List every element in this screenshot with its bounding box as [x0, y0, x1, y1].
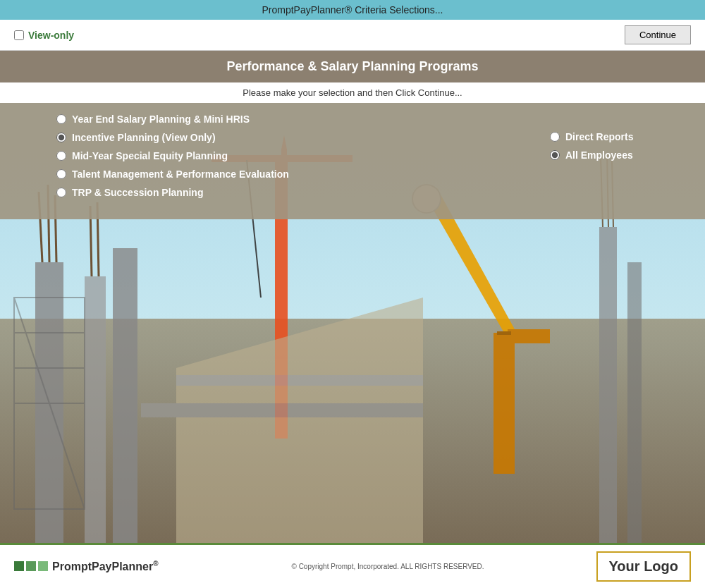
- radio-opt2[interactable]: [56, 133, 66, 142]
- svg-rect-24: [627, 262, 642, 544]
- label-opt6[interactable]: Direct Reports: [565, 131, 633, 142]
- label-opt5[interactable]: TRP & Succession Planning: [72, 187, 203, 198]
- left-option-1[interactable]: Year End Salary Planning & Mini HRIS: [56, 114, 536, 125]
- svg-rect-19: [497, 331, 511, 335]
- selection-panel: Performance & Salary Planning Programs P…: [0, 51, 705, 219]
- radio-opt6[interactable]: [550, 132, 560, 142]
- left-option-4[interactable]: Talent Management & Performance Evaluati…: [56, 169, 536, 180]
- your-logo: Your Logo: [596, 551, 692, 582]
- footer-logo-area: PromptPayPlanner®: [14, 560, 159, 573]
- subtitle-emphasis: Click Continue...: [396, 87, 462, 98]
- right-option-2[interactable]: All Employees: [550, 149, 677, 161]
- svg-rect-15: [494, 333, 515, 474]
- label-opt4[interactable]: Talent Management & Performance Evaluati…: [72, 169, 289, 180]
- footer-squares: [14, 561, 48, 571]
- footer-copyright: © Copyright Prompt, Incorporated. ALL RI…: [180, 563, 596, 570]
- main-area: Performance & Salary Planning Programs P…: [0, 51, 705, 544]
- svg-rect-4: [113, 248, 137, 544]
- toolbar: View-only Continue: [0, 20, 705, 51]
- left-option-2[interactable]: Incentive Planning (View Only): [56, 132, 536, 143]
- radio-opt4[interactable]: [56, 169, 66, 179]
- footer: PromptPayPlanner® © Copyright Prompt, In…: [0, 543, 705, 588]
- title-text: PromptPayPlanner® Criteria Selections...: [262, 4, 443, 16]
- radio-opt7[interactable]: [550, 150, 560, 160]
- view-only-container: View-only: [14, 30, 74, 41]
- right-options: Direct ReportsAll Employees: [536, 114, 677, 198]
- footer-brand-name: PromptPayPlanner: [52, 561, 153, 572]
- radio-opt5[interactable]: [56, 188, 66, 197]
- left-option-3[interactable]: Mid-Year Special Equity Planning: [56, 150, 536, 161]
- label-opt7[interactable]: All Employees: [565, 149, 633, 161]
- title-bar: PromptPayPlanner® Criteria Selections...: [0, 0, 705, 20]
- radio-opt1[interactable]: [56, 114, 66, 124]
- panel-options: Year End Salary Planning & Mini HRISInce…: [0, 103, 705, 205]
- footer-square-2: [26, 561, 36, 571]
- left-option-5[interactable]: TRP & Succession Planning: [56, 187, 536, 198]
- svg-rect-22: [176, 375, 423, 386]
- footer-square-1: [14, 561, 24, 571]
- left-options: Year End Salary Planning & Mini HRISInce…: [56, 114, 536, 198]
- view-only-label[interactable]: View-only: [28, 30, 74, 41]
- footer-brand-symbol: ®: [153, 560, 158, 568]
- footer-brand: PromptPayPlanner®: [52, 560, 159, 573]
- radio-opt3[interactable]: [56, 151, 66, 161]
- panel-header: Performance & Salary Planning Programs: [0, 51, 705, 82]
- subtitle-prefix: Please make your selection and then: [243, 87, 396, 98]
- label-opt1[interactable]: Year End Salary Planning & Mini HRIS: [72, 114, 250, 125]
- view-only-checkbox[interactable]: [14, 30, 24, 40]
- continue-button[interactable]: Continue: [625, 25, 691, 44]
- svg-rect-23: [599, 227, 617, 544]
- label-opt3[interactable]: Mid-Year Special Equity Planning: [72, 150, 228, 161]
- footer-square-3: [38, 561, 48, 571]
- label-opt2[interactable]: Incentive Planning (View Only): [72, 132, 216, 143]
- panel-subtitle: Please make your selection and then Clic…: [0, 82, 705, 103]
- svg-rect-3: [85, 276, 106, 544]
- svg-rect-17: [508, 329, 550, 343]
- svg-rect-21: [141, 403, 423, 417]
- right-option-1[interactable]: Direct Reports: [550, 131, 677, 142]
